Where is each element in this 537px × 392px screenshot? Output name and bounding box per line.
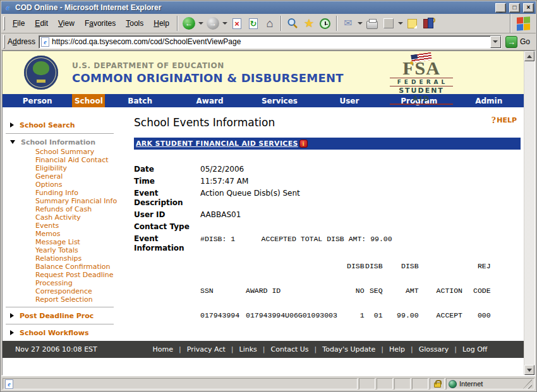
footer-link-privacy-act[interactable]: Privacy Act [187, 345, 226, 353]
footer-link-home[interactable]: Home [153, 345, 173, 353]
disbursement-table: DISB DISB DISB REJ SSN AWARD ID NO SEQ A… [200, 262, 491, 319]
footer-link-links[interactable]: Links [239, 345, 257, 353]
help-button[interactable]: ? HELP [492, 116, 517, 124]
field-contact-type: Contact Type [134, 222, 521, 232]
nav-services[interactable]: Services [244, 94, 314, 107]
mail-dropdown-icon[interactable] [358, 22, 363, 25]
search-button[interactable] [285, 16, 300, 31]
favorites-star-icon: ★ [304, 18, 314, 29]
menu-help[interactable]: Help [148, 17, 174, 30]
window-title: COD Online - Microsoft Internet Explorer [15, 3, 492, 12]
close-button[interactable]: × [523, 3, 534, 13]
browser-viewport: U.S. DEPARTMENT OF EDUCATION COMMON ORIG… [2, 50, 535, 376]
favorites-button[interactable]: ★ [301, 16, 317, 31]
sidebar-item-processing[interactable]: Processing [35, 279, 129, 287]
cod-page: U.S. DEPARTMENT OF EDUCATION COMMON ORIG… [3, 51, 524, 375]
nav-user[interactable]: User [315, 94, 384, 107]
sidebar-item-refunds-of-cash[interactable]: Refunds of Cash [35, 205, 129, 213]
url-text[interactable]: https://cod.qa.tsysecom.com/cod/SchoolEv… [52, 37, 488, 46]
address-input[interactable]: e https://cod.qa.tsysecom.com/cod/School… [39, 35, 502, 49]
header-cell [246, 262, 347, 287]
menu-view[interactable]: View [53, 17, 80, 30]
school-header-bar: ARK STUDENT FINANCIAL AID SERVICES i [134, 138, 521, 150]
mail-button[interactable]: ✉ [341, 16, 356, 31]
menu-edit[interactable]: Edit [30, 17, 53, 30]
minimize-glyph: _ [499, 6, 503, 13]
scroll-down-button[interactable] [524, 365, 534, 375]
back-dropdown-icon[interactable] [198, 22, 203, 25]
go-arrow-icon: → [505, 36, 517, 48]
stop-x-glyph: × [234, 19, 239, 28]
mail-icon: ✉ [344, 18, 352, 28]
footer-link-log-off[interactable]: Log Off [462, 345, 487, 353]
sidebar-item-events[interactable]: Events [35, 222, 129, 230]
forward-dropdown-icon[interactable] [222, 22, 227, 25]
print-button[interactable] [365, 16, 380, 31]
address-grip[interactable] [3, 35, 5, 49]
back-button[interactable]: ← [181, 16, 196, 31]
header-cell [200, 262, 246, 287]
maximize-button[interactable]: □ [509, 3, 520, 13]
sidebar-item-memos[interactable]: Memos [35, 230, 129, 238]
nav-award[interactable]: Award [175, 94, 244, 107]
edit-button[interactable] [381, 16, 396, 31]
sidebar-item-school-summary[interactable]: School Summary [35, 148, 129, 156]
address-dropdown-button[interactable] [490, 36, 501, 48]
menu-tools[interactable]: Tools [121, 17, 148, 30]
notes-button[interactable] [405, 16, 420, 31]
sidebar-item-message-list[interactable]: Message List [35, 238, 129, 246]
sidebar-item-correspondence[interactable]: Correspondence [35, 287, 129, 295]
menu-favorites[interactable]: Favorites [80, 17, 121, 30]
scroll-up-button[interactable] [524, 51, 534, 61]
stop-button[interactable]: × [229, 16, 244, 31]
go-button[interactable]: → Go [502, 36, 534, 48]
info-icon[interactable]: i [299, 140, 308, 148]
vertical-scrollbar[interactable] [524, 51, 534, 375]
sidebar-item-balance-confirmation[interactable]: Balance Confirmation [35, 263, 129, 271]
school-name-link[interactable]: ARK STUDENT FINANCIAL AID SERVICES [136, 140, 298, 148]
sidebar-item-options[interactable]: Options [35, 181, 129, 189]
standard-buttons-toolbar: ← → × ↻ ⌂ ★ ✉ [181, 16, 510, 31]
sidebar-item-eligibility[interactable]: Eligibility [35, 164, 129, 172]
home-button[interactable]: ⌂ [262, 16, 277, 31]
notes-icon [407, 19, 417, 28]
zone-label: Internet [459, 380, 483, 388]
sidebar-item-financial-aid-contact[interactable]: Financial Aid Contact [35, 156, 129, 164]
history-button[interactable] [318, 16, 333, 31]
nav-school[interactable]: School [72, 94, 105, 107]
footer-link-contact-us[interactable]: Contact Us [271, 345, 309, 353]
sidebar-section-school-information[interactable]: School Information [3, 137, 129, 147]
menu-file[interactable]: File [8, 17, 30, 30]
resize-grip[interactable] [523, 379, 532, 389]
toolbar-grip[interactable] [3, 16, 5, 30]
sidebar-item-summary-financial-info[interactable]: Summary Financial Info [35, 197, 129, 205]
nav-batch[interactable]: Batch [105, 94, 174, 107]
title-row: School Events Information ? HELP [134, 116, 521, 129]
nav-admin[interactable]: Admin [454, 94, 524, 107]
sidebar-item-general[interactable]: General [35, 172, 129, 181]
dept-of-education-seal-icon [24, 56, 58, 90]
refresh-button[interactable]: ↻ [246, 16, 261, 31]
sidebar-item-cash-activity[interactable]: Cash Activity [35, 213, 129, 222]
sidebar-item-funding-info[interactable]: Funding Info [35, 189, 129, 197]
sidebar-item-request-post-deadline[interactable]: Request Post Deadline [35, 271, 129, 279]
scrollbar-track[interactable] [524, 61, 534, 365]
nav-person[interactable]: Person [3, 94, 72, 107]
edit-dropdown-icon[interactable] [398, 22, 403, 25]
section-label: Post Deadline Proc [20, 312, 94, 320]
sidebar-section-school-workflows[interactable]: School Workflows [3, 328, 129, 338]
sidebar-section-school-search[interactable]: School Search [3, 120, 129, 130]
chevron-down-icon [10, 140, 15, 144]
footer-link-todays-update[interactable]: Today's Update [322, 345, 375, 353]
agency-name: U.S. DEPARTMENT OF EDUCATION [72, 61, 344, 70]
sidebar-section-post-deadline-proc[interactable]: Post Deadline Proc [3, 311, 129, 321]
sidebar-item-yearly-totals[interactable]: Yearly Totals [35, 246, 129, 254]
footer-link-help[interactable]: Help [389, 345, 405, 353]
forward-button[interactable]: → [205, 16, 220, 31]
sidebar-item-report-selection[interactable]: Report Selection [35, 295, 129, 304]
discuss-button[interactable] [421, 16, 437, 31]
fsa-logo: FSA FEDERAL STUDENT AID [390, 54, 453, 105]
footer-link-glossary[interactable]: Glossary [419, 345, 449, 353]
sidebar-item-relationships[interactable]: Relationships [35, 254, 129, 263]
minimize-button[interactable]: _ [495, 3, 506, 13]
